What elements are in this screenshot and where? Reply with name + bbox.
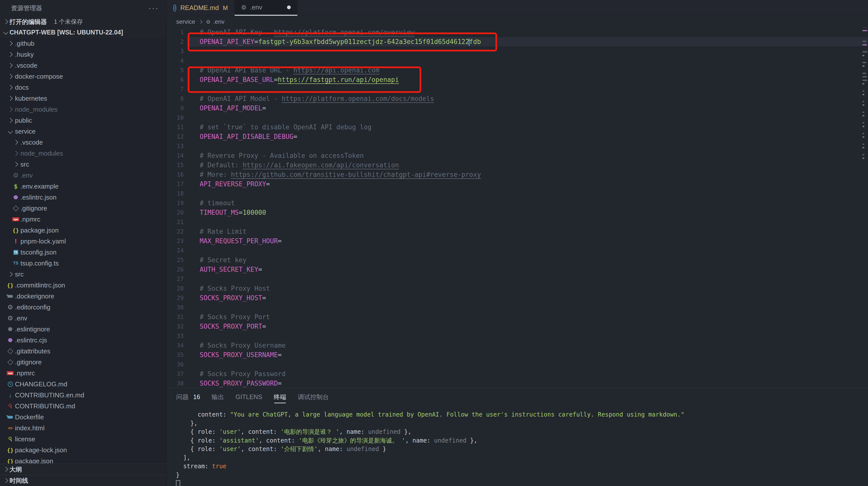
tree-item-CONTRIBUTING.md[interactable]: CONTRIBUTING.md [0,401,166,411]
code-line-9[interactable]: 9OPENAI_API_MODEL= [167,104,868,113]
tree-item-tsconfig.json[interactable]: TStsconfig.json [0,247,166,258]
tab-problems[interactable]: 问题 16 [176,388,200,406]
tree-item-CHANGELOG.md[interactable]: CHANGELOG.md [0,379,166,390]
sidebar-section-timeline[interactable]: 时间线 [0,475,166,486]
tree-item-.gitignore[interactable]: .gitignore [0,203,166,214]
tree-item-label: .env [15,314,27,322]
tree-item-.vscode[interactable]: .vscode [0,60,166,71]
tree-item-tsup.config.ts[interactable]: TStsup.config.ts [0,258,166,269]
tree-item-service[interactable]: service [0,126,166,137]
tree-item-.github[interactable]: .github [0,38,166,49]
sidebar-section-outline[interactable]: 大纲 [0,463,166,475]
tree-item-label: .eslintrc.json [21,194,57,201]
tree-item-src[interactable]: src [0,269,166,280]
tab-debug-console[interactable]: 调试控制台 [298,388,329,406]
tab-terminal[interactable]: 终端 [274,388,286,406]
tree-item-.gitignore[interactable]: .gitignore [0,356,166,368]
code-line-5[interactable]: 5# OpenAI API Base URL - https://api.ope… [167,65,868,75]
minimap-mark [863,41,866,42]
code-line-18[interactable]: 18 [167,189,868,198]
tree-item-public[interactable]: public [0,115,166,126]
code-line-16[interactable]: 16# More: https://github.com/transitive-… [167,170,868,179]
tree-item-node_modules[interactable]: node_modules [0,104,166,115]
more-actions-icon[interactable]: ··· [149,4,159,12]
tree-item-.eslintrc.json[interactable]: .eslintrc.json [0,192,166,203]
tree-item-.editorconfig[interactable]: ⚙.editorconfig [0,302,166,313]
code-line-24[interactable]: 24 [167,246,868,255]
tree-item-index.html[interactable]: <>index.html [0,423,166,433]
tree-item-.env.example[interactable]: $.env.example [0,181,166,192]
code-line-11[interactable]: 11# set `true` to disable OpenAI API deb… [167,122,868,132]
tree-item-.npmrc[interactable]: npm.npmrc [0,368,166,379]
tree-item-.husky[interactable]: .husky [0,49,166,60]
code-area[interactable]: 1# OpenAI API Key - https://platform.ope… [167,27,868,388]
code-line-28[interactable]: 28# Socks Proxy Host [167,284,868,293]
tab-env[interactable]: ⚙ .env [235,0,298,16]
line-content: OPENAI_API_BASE_URL=https://fastgpt.run/… [187,75,868,84]
tree-item-CONTRIBUTING.en.md[interactable]: ↓CONTRIBUTING.en.md [0,390,166,401]
tree-item-.eslintignore[interactable]: .eslintignore [0,324,166,335]
code-line-10[interactable]: 10 [167,113,868,122]
tree-item-.npmrc[interactable]: npm.npmrc [0,214,166,225]
tab-output[interactable]: 输出 [212,388,224,406]
dirty-dot-icon[interactable] [287,5,291,9]
code-line-29[interactable]: 29SOCKS_PROXY_HOST= [167,293,868,303]
tree-item-node_modules[interactable]: node_modules [0,148,166,159]
tree-item-Dockerfile[interactable]: Dockerfile [0,411,166,423]
minimap[interactable] [862,27,868,388]
tree-item-.env[interactable]: ⚙.env [0,170,166,181]
tree-item-.eslintrc.cjs[interactable]: .eslintrc.cjs [0,335,166,346]
code-line-38[interactable]: 38SOCKS_PROXY_PASSWORD= [167,379,868,388]
tree-item-license[interactable]: license [0,433,166,445]
tree-item-.vscode[interactable]: .vscode [0,137,166,148]
tree-item-docs[interactable]: docs [0,82,166,93]
code-line-4[interactable]: 4 [167,56,868,65]
code-line-20[interactable]: 20TIMEOUT_MS=100000 [167,208,868,217]
tree-item-pnpm-lock.yaml[interactable]: !pnpm-lock.yaml [0,236,166,247]
code-line-30[interactable]: 30 [167,303,868,312]
code-line-6[interactable]: 6OPENAI_API_BASE_URL=https://fastgpt.run… [167,75,868,84]
tree-item-.dockerignore[interactable]: .dockerignore [0,291,166,302]
tree-item-.env[interactable]: ⚙.env [0,313,166,324]
tree-item-package-lock.json[interactable]: {}package-lock.json [0,445,166,456]
code-line-25[interactable]: 25# Secret key [167,255,868,265]
breadcrumb-folder[interactable]: service [176,18,195,25]
code-line-17[interactable]: 17API_REVERSE_PROXY= [167,179,868,189]
terminal-output[interactable]: content: "You are ChatGPT, a large langu… [167,410,868,486]
code-line-21[interactable]: 21 [167,217,868,227]
code-line-34[interactable]: 34# Socks Proxy Username [167,341,868,350]
line-content: AUTH_SECRET_KEY= [187,265,868,274]
tree-item-docker-compose[interactable]: docker-compose [0,71,166,82]
minimap-mark [863,73,866,74]
code-line-35[interactable]: 35SOCKS_PROXY_USERNAME= [167,350,868,360]
tree-item-kubernetes[interactable]: kubernetes [0,93,166,104]
code-line-1[interactable]: 1# OpenAI API Key - https://platform.ope… [167,27,868,37]
code-line-19[interactable]: 19# timeout [167,198,868,208]
workspace-section[interactable]: CHATGPT-WEB [WSL: UBUNTU-22.04] [0,27,166,37]
code-line-7[interactable]: 7 [167,84,868,94]
code-line-32[interactable]: 32SOCKS_PROXY_PORT= [167,322,868,331]
code-line-13[interactable]: 13 [167,141,868,151]
tree-item-.gitattributes[interactable]: .gitattributes [0,346,166,356]
code-line-23[interactable]: 23MAX_REQUEST_PER_HOUR= [167,236,868,246]
code-line-15[interactable]: 15# Default: https://ai.fakeopen.com/api… [167,160,868,170]
tree-item-package.json[interactable]: {}package.json [0,225,166,236]
code-line-31[interactable]: 31# Socks Proxy Port [167,312,868,322]
code-line-14[interactable]: 14# Reverse Proxy - Available on accessT… [167,151,868,160]
code-line-27[interactable]: 27 [167,274,868,284]
code-line-26[interactable]: 26AUTH_SECRET_KEY= [167,265,868,274]
tree-item-src[interactable]: src [0,159,166,170]
breadcrumb-file[interactable]: .env [213,18,224,25]
code-line-2[interactable]: 2OPENAI_API_KEY=fastgpt-y6b3axfbdd5wyp01… [167,37,868,47]
code-line-37[interactable]: 37# Socks Proxy Password [167,369,868,379]
code-line-33[interactable]: 33 [167,331,868,341]
tab-readme[interactable]: i README.md M [167,0,235,16]
open-editors-section[interactable]: 打开的编辑器 1 个未保存 [0,17,166,27]
code-line-36[interactable]: 36 [167,360,868,369]
tab-gitlens[interactable]: GITLENS [236,388,262,406]
tree-item-.commitlintrc.json[interactable]: {}.commitlintrc.json [0,280,166,291]
code-line-3[interactable]: 3 [167,47,868,56]
code-line-12[interactable]: 12OPENAI_API_DISABLE_DEBUG= [167,132,868,141]
code-line-22[interactable]: 22# Rate Limit [167,227,868,236]
code-line-8[interactable]: 8# OpenAI API Model - https://platform.o… [167,94,868,104]
